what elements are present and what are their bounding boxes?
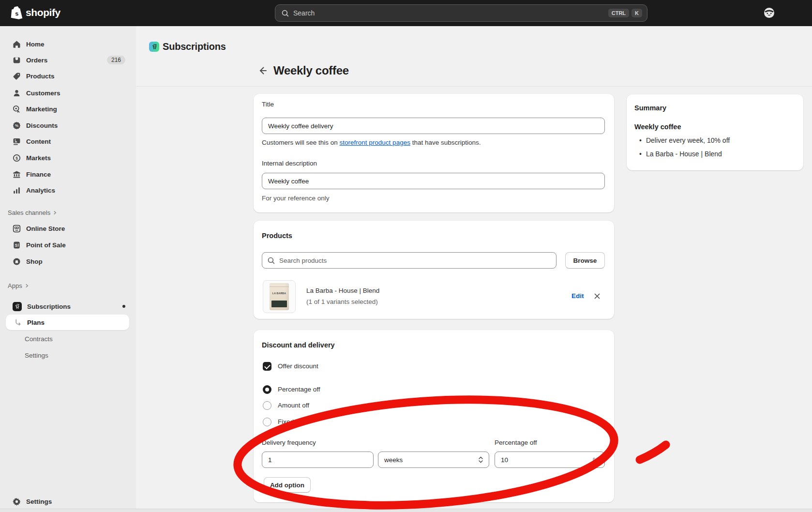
browse-button[interactable]: Browse: [565, 252, 605, 269]
topbar: s shopify Search CTRL K: [0, 0, 812, 26]
delivery-unit-select[interactable]: weeks: [378, 452, 489, 468]
sidebar-item-products[interactable]: Products: [6, 68, 129, 84]
search-icon: [267, 256, 275, 265]
shortcut-k-key: K: [632, 9, 642, 17]
offer-discount-label[interactable]: Offer discount: [278, 361, 318, 371]
summary-bullet: La Barba - House | Blend: [639, 149, 722, 159]
sidebar-item-markets[interactable]: $ Markets: [6, 150, 129, 166]
summary-card: Summary Weekly coffee Deliver every week…: [627, 94, 803, 170]
sidebar-item-label: Subscriptions: [27, 303, 71, 310]
unsaved-dot: [122, 305, 125, 308]
amount-off-radio[interactable]: [263, 401, 271, 410]
edit-product-link[interactable]: Edit: [571, 291, 584, 301]
sidebar-item-discounts[interactable]: % Discounts: [6, 118, 129, 133]
sidebar-item-finance[interactable]: Finance: [6, 166, 129, 182]
svg-text:$: $: [15, 155, 18, 160]
description-helper-text: For your reference only: [262, 194, 330, 203]
discount-card-title: Discount and delivery: [262, 340, 335, 350]
sidebar-item-label: Content: [26, 138, 51, 145]
sidebar-item-marketing[interactable]: Marketing: [6, 101, 129, 117]
svg-text:%: %: [15, 123, 18, 128]
sales-channels-section[interactable]: Sales channels: [8, 209, 57, 216]
product-thumbnail: LA BARBA: [263, 280, 296, 313]
shop-icon: [13, 257, 21, 266]
main-content: Subscriptions Weekly coffee Title Custom…: [136, 26, 812, 512]
description-field-label: Internal description: [262, 159, 317, 168]
select-chevrons-icon: [478, 456, 484, 464]
tag-icon: [13, 72, 21, 80]
bag-brand-text: LA BARBA: [270, 292, 289, 295]
sidebar-item-content[interactable]: Content: [6, 134, 129, 149]
content-icon: [13, 137, 21, 146]
sidebar-item-app-settings[interactable]: Settings: [6, 347, 129, 363]
percent-suffix: %: [593, 456, 599, 464]
apps-section[interactable]: Apps: [8, 282, 29, 289]
global-search-input[interactable]: Search CTRL K: [275, 4, 647, 22]
orders-count-badge: 216: [107, 56, 125, 64]
shopify-bag-icon: s: [11, 5, 23, 19]
home-icon: [13, 40, 21, 48]
sidebar-item-label: Point of Sale: [26, 241, 66, 249]
sidebar-item-contracts[interactable]: Contracts: [6, 331, 129, 346]
delivery-frequency-input[interactable]: [262, 452, 374, 468]
title-input[interactable]: [262, 118, 605, 134]
percentage-off-radio[interactable]: [263, 385, 271, 394]
subscriptions-app-icon: [13, 302, 22, 311]
sidebar-item-label: Discounts: [26, 122, 58, 129]
coffee-bag-image: LA BARBA: [270, 283, 289, 310]
sidebar-item-home[interactable]: Home: [6, 36, 129, 52]
sidebar-item-orders[interactable]: Orders 216: [6, 52, 129, 68]
account-avatar[interactable]: [764, 7, 775, 18]
svg-text:S: S: [15, 242, 18, 247]
remove-product-icon[interactable]: [593, 292, 601, 301]
sidebar-item-label: Customers: [26, 90, 60, 97]
product-search-input[interactable]: [279, 257, 551, 264]
sidebar: Home Orders 216 Products Customers Marke…: [0, 26, 136, 512]
product-variants: (1 of 1 variants selected): [306, 297, 378, 307]
title-field-label: Title: [262, 100, 274, 109]
back-button[interactable]: [257, 65, 268, 76]
fixed-price-radio[interactable]: [263, 418, 271, 426]
percentage-off-field[interactable]: %: [495, 452, 605, 468]
helper-prefix: Customers will see this on: [262, 139, 340, 146]
offer-discount-checkbox[interactable]: [263, 362, 271, 371]
bottom-scroll-strip: [0, 509, 812, 512]
shopify-logo[interactable]: s shopify: [11, 5, 60, 19]
sidebar-item-online-store[interactable]: Online Store: [6, 221, 129, 236]
product-name: La Barba - House | Blend: [306, 286, 379, 296]
percentage-off-input[interactable]: [501, 456, 593, 464]
sidebar-item-plans[interactable]: Plans: [6, 315, 129, 330]
sidebar-item-label: Shop: [26, 258, 43, 265]
delivery-frequency-label: Delivery frequency: [262, 438, 316, 448]
sidebar-item-point-of-sale[interactable]: S Point of Sale: [6, 237, 129, 253]
storefront-product-pages-link[interactable]: storefront product pages: [340, 139, 410, 146]
internal-description-input[interactable]: [262, 173, 605, 189]
title-card: Title Customers will see this on storefr…: [254, 94, 614, 212]
chevron-right-icon: [53, 211, 57, 215]
summary-plan-name: Weekly coffee: [634, 122, 681, 132]
fixed-price-radio-label[interactable]: Fixed price: [278, 417, 310, 427]
sidebar-item-shop[interactable]: Shop: [6, 254, 129, 269]
analytics-icon: [13, 186, 21, 195]
customers-icon: [13, 89, 21, 97]
sidebar-item-subscriptions[interactable]: Subscriptions: [6, 299, 129, 314]
search-icon: [281, 9, 289, 17]
sidebar-item-label: Plans: [27, 319, 45, 326]
sidebar-item-analytics[interactable]: Analytics: [6, 182, 129, 198]
percentage-off-radio-label[interactable]: Percentage off: [278, 385, 320, 394]
sidebar-item-customers[interactable]: Customers: [6, 85, 129, 101]
amount-off-radio-label[interactable]: Amount off: [278, 401, 309, 410]
add-option-button[interactable]: Add option: [264, 477, 311, 493]
section-label-text: Sales channels: [8, 209, 50, 216]
summary-bullet: Deliver every week, 10% off: [639, 136, 730, 145]
sidebar-item-label: Markets: [26, 154, 51, 162]
sidebar-item-settings[interactable]: Settings: [6, 494, 129, 509]
discount-delivery-card: Discount and delivery Offer discount Per…: [254, 330, 614, 502]
markets-icon: $: [13, 154, 21, 162]
online-store-icon: [13, 225, 21, 233]
sidebar-item-label: Orders: [26, 57, 47, 64]
sidebar-item-label: Settings: [26, 498, 52, 505]
add-option-button-label: Add option: [270, 482, 304, 489]
sidebar-item-label: Contracts: [25, 335, 53, 343]
product-search-field[interactable]: [262, 252, 556, 269]
